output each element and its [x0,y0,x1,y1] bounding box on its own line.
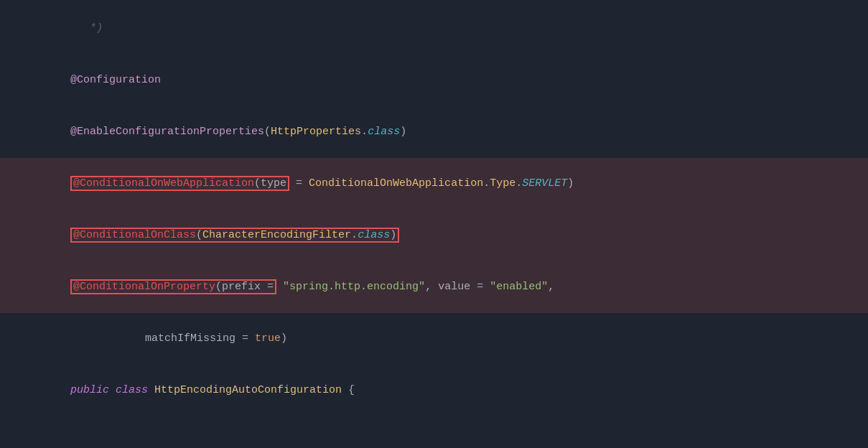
line-content-9 [26,417,868,434]
line-content-7: matchIfMissing = true) [26,313,868,365]
code-line-8: public class HttpEncodingAutoConfigurati… [0,365,868,416]
code-line-9 [0,416,868,435]
code-line-6: @ConditionalOnProperty(prefix = "spring.… [0,261,868,313]
code-line-2: @Configuration [0,55,868,106]
line-content-10: private final HttpProperties.Encoding pr… [26,435,868,448]
code-line-5: @ConditionalOnClass(CharacterEncodingFil… [0,210,868,261]
line-content-3: @EnableConfigurationProperties(HttpPrope… [26,106,868,158]
line-content-6: @ConditionalOnProperty(prefix = "spring.… [26,261,868,313]
line-content-4: @ConditionalOnWebApplication(type = Cond… [26,158,868,210]
line-content-2: @Configuration [26,55,868,106]
code-line-3: @EnableConfigurationProperties(HttpPrope… [0,106,868,158]
line-content-5: @ConditionalOnClass(CharacterEncodingFil… [26,210,868,261]
code-editor: *) @Configuration @EnableConfigurationPr… [0,0,868,448]
code-line-10: private final HttpProperties.Encoding pr… [0,435,868,448]
code-line-4: @ConditionalOnWebApplication(type = Cond… [0,158,868,210]
code-line-7: matchIfMissing = true) [0,313,868,365]
line-content-8: public class HttpEncodingAutoConfigurati… [26,365,868,416]
code-line-1: *) [0,3,868,55]
line-content-1: *) [26,3,868,55]
